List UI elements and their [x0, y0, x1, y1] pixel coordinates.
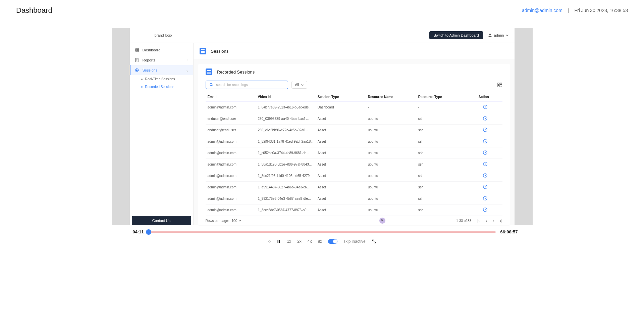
play-recording-button[interactable]: [483, 162, 488, 167]
sidebar-label: Dashboard: [143, 48, 161, 52]
cell-video-id: 1_58a1d198-5b1e-4f06-97af-8843...: [256, 159, 316, 170]
page-prev-button[interactable]: ‹: [486, 219, 487, 223]
speed-2x-button[interactable]: 2x: [297, 239, 302, 244]
sidebar-item-sessions[interactable]: Sessions ⌄: [130, 65, 193, 75]
chevron-down-icon: [238, 219, 241, 222]
th-resource-type[interactable]: Resource Type: [416, 92, 470, 102]
user-email-link[interactable]: admin@admin.com: [522, 8, 562, 13]
page-first-button[interactable]: |‹: [477, 219, 480, 223]
cell-action: [470, 182, 502, 193]
cell-resource-name: ubuntu: [366, 113, 416, 125]
progress-knob[interactable]: [146, 229, 151, 235]
play-recording-button[interactable]: [483, 139, 488, 144]
cell-action: [470, 136, 502, 147]
recorded-sessions-panel: Recorded Sessions All: [198, 64, 510, 225]
pause-button[interactable]: [277, 239, 281, 243]
contact-us-button[interactable]: Contact Us: [132, 216, 191, 225]
table-row[interactable]: admin@admin.com1_c052cd0a-3744-4c89-9681…: [206, 147, 502, 159]
search-input[interactable]: [216, 83, 284, 87]
play-recording-button[interactable]: [483, 196, 488, 201]
search-box[interactable]: [206, 81, 288, 89]
page-next-button[interactable]: ›: [493, 219, 494, 223]
chevron-down-icon: [506, 34, 508, 37]
cell-resource-type: ssh: [416, 170, 470, 182]
current-time: 04:11: [125, 229, 144, 234]
play-recording-button[interactable]: [483, 116, 488, 121]
cell-resource-type: ssh: [416, 159, 470, 170]
chevron-down-icon: ⌄: [186, 69, 189, 72]
speed-1x-button[interactable]: 1x: [287, 239, 291, 244]
bullet-icon: [141, 86, 143, 88]
table-row[interactable]: admin@admin.com1_64b77e09-2513-4b16-b6ac…: [206, 102, 502, 113]
recorded-head-icon: [206, 69, 212, 75]
filter-select[interactable]: All: [291, 81, 307, 89]
cell-action: [470, 205, 502, 216]
table-row[interactable]: admin@admin.com1_a9914487-9827-4b6b-94a3…: [206, 182, 502, 193]
cell-action: [470, 159, 502, 170]
table-row[interactable]: admin@admin.com1_58a1d198-5b1e-4f06-97af…: [206, 159, 502, 170]
rows-per-page-value: 100: [232, 219, 237, 223]
skip-inactive-toggle[interactable]: [328, 239, 337, 244]
play-icon: [483, 162, 488, 167]
speed-4x-button[interactable]: 4x: [308, 239, 312, 244]
sessions-icon: [135, 68, 139, 73]
main-title: Sessions: [211, 49, 229, 54]
progress-bar[interactable]: [149, 231, 496, 233]
svg-rect-3: [135, 50, 136, 52]
cell-session-type: Asset: [316, 147, 366, 159]
reports-icon: [135, 58, 139, 62]
play-recording-button[interactable]: [483, 127, 488, 132]
loop-button[interactable]: ⟲: [268, 239, 271, 244]
th-email[interactable]: Email: [206, 92, 256, 102]
filter-label: All: [295, 83, 299, 87]
cell-resource-type: ssh: [416, 113, 470, 125]
sidebar-item-dashboard[interactable]: Dashboard: [130, 45, 193, 55]
cell-session-type: Asset: [316, 193, 366, 205]
user-menu[interactable]: admin: [488, 33, 508, 38]
th-resource-name[interactable]: Resource Name: [366, 92, 416, 102]
cell-email: enduser@end.user: [206, 125, 256, 136]
play-icon: [483, 173, 488, 178]
table-row[interactable]: enduser@end.user250_c6c5bb96-e72c-4c5b-9…: [206, 125, 502, 136]
svg-rect-27: [278, 240, 279, 243]
table-row[interactable]: enduser@end.user250_03998539-aa40-4bae-b…: [206, 113, 502, 125]
play-icon: [483, 184, 488, 189]
page-last-button[interactable]: ›|: [500, 219, 502, 223]
sidebar-item-reports[interactable]: Reports ›: [130, 55, 193, 65]
play-recording-button[interactable]: [483, 207, 488, 212]
rows-per-page-select[interactable]: 100: [232, 219, 241, 223]
sidebar-sub-recorded[interactable]: Recorded Sessions: [130, 83, 193, 91]
play-recording-button[interactable]: [483, 173, 488, 178]
grid-view-icon[interactable]: [497, 82, 502, 88]
cell-video-id: 1_8dc21f26-11d0-4106-bd65-4279...: [256, 170, 316, 182]
svg-rect-16: [501, 86, 502, 87]
cell-session-type: Asset: [316, 182, 366, 193]
play-icon: [483, 116, 488, 121]
th-video-id[interactable]: Video Id: [256, 92, 316, 102]
th-session-type[interactable]: Session Type: [316, 92, 366, 102]
cell-video-id: 1_3ccc5de7-0587-4777-8976-b0...: [256, 205, 316, 216]
table-row[interactable]: admin@admin.com1_52f94331-1a78-41ed-9abf…: [206, 136, 502, 147]
cell-resource-name: ubuntu: [366, 159, 416, 170]
speed-8x-button[interactable]: 8x: [318, 239, 322, 244]
sidebar-sub-realtime[interactable]: Real-Time Sessions: [130, 75, 193, 83]
play-recording-button[interactable]: [483, 104, 488, 109]
svg-line-30: [374, 242, 375, 243]
cell-email: admin@admin.com: [206, 136, 256, 147]
cell-session-type: Asset: [316, 125, 366, 136]
cell-resource-type: ssh: [416, 205, 470, 216]
sidebar-sub-label: Recorded Sessions: [145, 85, 174, 89]
cell-resource-type: ssh: [416, 147, 470, 159]
table-row[interactable]: admin@admin.com1_8dc21f26-11d0-4106-bd65…: [206, 170, 502, 182]
rows-per-page-label: Rows per page:: [206, 219, 229, 223]
cell-action: [470, 113, 502, 125]
table-row[interactable]: admin@admin.com1_3ccc5de7-0587-4777-8976…: [206, 205, 502, 216]
table-row[interactable]: admin@admin.com1_992175e8-04e3-4b87-aea8…: [206, 193, 502, 205]
table-footer: Rows per page: 100: [198, 216, 510, 225]
play-recording-button[interactable]: [483, 150, 488, 155]
play-icon: [483, 127, 488, 132]
top-right: admin@admin.com | Fri Jun 30 2023, 16:38…: [522, 8, 628, 13]
switch-dashboard-button[interactable]: Switch to Admin Dashboard: [429, 31, 483, 39]
play-recording-button[interactable]: [483, 184, 488, 189]
fullscreen-icon[interactable]: [372, 239, 376, 244]
